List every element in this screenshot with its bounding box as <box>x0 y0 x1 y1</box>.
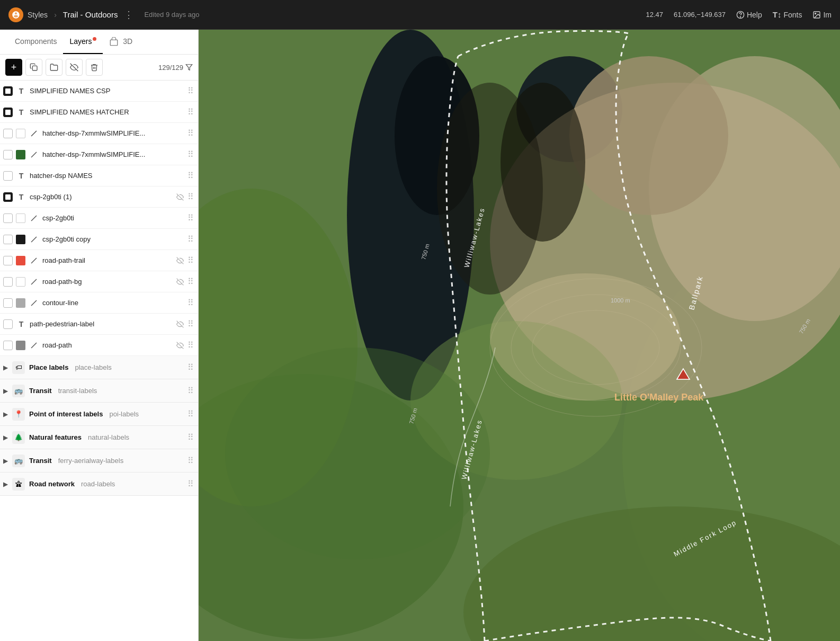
drag-handle-icon[interactable]: ⠿ <box>187 386 194 396</box>
layer-item[interactable]: T path-pedestrian-label ⠿ <box>0 314 198 335</box>
svg-point-2 <box>740 16 740 17</box>
drag-handle-icon[interactable]: ⠿ <box>187 192 194 202</box>
layer-type-text-icon: T <box>16 319 26 330</box>
folder-button[interactable] <box>46 59 62 76</box>
layer-actions: ⠿ <box>175 340 194 351</box>
layer-actions: ⠿ <box>187 234 194 244</box>
layer-actions: ⠿ <box>175 319 194 330</box>
layer-item[interactable]: hatcher-dsp-7xmmlwSIMPLIFIE... ⠿ <box>0 144 198 165</box>
layer-visibility-toggle[interactable] <box>3 108 13 117</box>
layer-item[interactable]: road-path ⠿ <box>0 335 198 356</box>
layer-visibility-toggle[interactable] <box>3 256 13 265</box>
hide-icon[interactable] <box>175 277 185 287</box>
group-name-light: transit-labels <box>58 387 97 395</box>
drag-handle-icon[interactable]: ⠿ <box>187 409 194 419</box>
tab-layers[interactable]: Layers <box>63 30 103 54</box>
layer-item[interactable]: T SIMPLIFIED NAMES CSP ⠿ <box>0 81 198 102</box>
layer-item[interactable]: road-path-trail ⠿ <box>0 250 198 271</box>
hide-icon[interactable] <box>175 192 185 202</box>
delete-layer-button[interactable] <box>86 59 103 76</box>
layer-visibility-toggle[interactable] <box>3 213 13 223</box>
layer-type-line-icon <box>29 255 39 266</box>
layer-visibility-toggle[interactable] <box>3 192 13 202</box>
drag-handle-icon[interactable]: ⠿ <box>187 319 194 329</box>
group-icon-natural-labels: 🌲 <box>12 431 25 444</box>
drag-handle-icon[interactable]: ⠿ <box>187 128 194 138</box>
tab-components[interactable]: Components <box>8 30 63 54</box>
layer-actions: ⠿ <box>187 149 194 159</box>
drag-handle-icon[interactable]: ⠿ <box>187 362 194 372</box>
drag-handle-icon[interactable]: ⠿ <box>187 277 194 287</box>
layer-name: road-path <box>42 341 172 349</box>
more-options-button[interactable]: ⋮ <box>124 9 133 21</box>
layer-color-swatch <box>16 235 25 244</box>
layer-visibility-toggle[interactable] <box>3 86 13 96</box>
layer-item[interactable]: T SIMPLIFIED NAMES HATCHER ⠿ <box>0 102 198 123</box>
drag-handle-icon[interactable]: ⠿ <box>187 234 194 244</box>
duplicate-layer-button[interactable] <box>25 59 42 76</box>
hide-layer-button[interactable] <box>66 59 83 76</box>
svg-point-34 <box>225 348 490 559</box>
images-button[interactable]: Im <box>812 11 832 19</box>
layer-visibility-toggle[interactable] <box>3 341 13 350</box>
layer-visibility-toggle[interactable] <box>3 298 13 308</box>
layer-toolbar: + 129/129 <box>0 55 198 81</box>
styles-link[interactable]: Styles <box>28 11 48 19</box>
layer-visibility-toggle[interactable] <box>3 129 13 138</box>
hide-icon[interactable] <box>175 255 185 266</box>
layer-item[interactable]: csp-2gb0ti ⠿ <box>0 208 198 229</box>
svg-point-32 <box>569 56 728 215</box>
layer-group-poi-labels[interactable]: ▶ 📍 Point of interest labels poi-labels … <box>0 403 198 426</box>
drag-handle-icon[interactable]: ⠿ <box>187 107 194 117</box>
svg-point-4 <box>815 13 816 14</box>
layer-actions: ⠿ <box>175 277 194 287</box>
layer-group-natural-labels[interactable]: ▶ 🌲 Natural features natural-labels ⠿ <box>0 426 198 449</box>
svg-point-36 <box>501 83 585 242</box>
drag-handle-icon[interactable]: ⠿ <box>187 298 194 308</box>
layer-item[interactable]: contour-line ⠿ <box>0 292 198 314</box>
layer-group-place-labels[interactable]: ▶ 🏷 Place labels place-labels ⠿ <box>0 356 198 379</box>
help-button[interactable]: Help <box>736 11 762 19</box>
hide-icon[interactable] <box>175 319 185 330</box>
layer-item[interactable]: road-path-bg ⠿ <box>0 271 198 292</box>
layer-color-swatch <box>16 341 25 350</box>
layer-color-swatch <box>16 213 25 223</box>
drag-handle-icon[interactable]: ⠿ <box>187 340 194 350</box>
drag-handle-icon[interactable]: ⠿ <box>187 456 194 466</box>
drag-handle-icon[interactable]: ⠿ <box>187 479 194 489</box>
layer-item[interactable]: csp-2gb0ti copy ⠿ <box>0 229 198 250</box>
layer-item[interactable]: T hatcher-dsp NAMES ⠿ <box>0 165 198 186</box>
drag-handle-icon[interactable]: ⠿ <box>187 86 194 96</box>
layer-name: csp-2gb0ti <box>42 214 184 222</box>
fonts-button[interactable]: T↕ Fonts <box>773 10 802 19</box>
svg-rect-6 <box>32 66 37 71</box>
coordinates: 61.096,−149.637 <box>674 11 726 19</box>
layer-name: SIMPLIFIED NAMES CSP <box>30 87 184 95</box>
drag-handle-icon[interactable]: ⠿ <box>187 255 194 265</box>
group-expand-chevron: ▶ <box>3 480 8 488</box>
layer-actions: ⠿ <box>187 86 194 96</box>
layer-visibility-toggle[interactable] <box>3 319 13 329</box>
layer-type-line-icon <box>29 234 39 245</box>
layer-item[interactable]: T csp-2gb0ti (1) ⠿ <box>0 186 198 208</box>
drag-handle-icon[interactable]: ⠿ <box>187 213 194 223</box>
drag-handle-icon[interactable]: ⠿ <box>187 432 194 442</box>
group-name-light: place-labels <box>75 363 111 371</box>
add-layer-button[interactable]: + <box>5 59 22 76</box>
layer-group-ferry-labels[interactable]: ▶ 🚌 Transit ferry-aerialway-labels ⠿ <box>0 449 198 473</box>
layer-group-road-labels[interactable]: ▶ 🛣 Road network road-labels ⠿ <box>0 473 198 496</box>
layer-group-transit-labels[interactable]: ▶ 🚌 Transit transit-labels ⠿ <box>0 379 198 403</box>
layer-visibility-toggle[interactable] <box>3 277 13 287</box>
hide-icon[interactable] <box>175 340 185 351</box>
layer-name: csp-2gb0ti (1) <box>30 193 172 201</box>
layer-visibility-toggle[interactable] <box>3 150 13 159</box>
layer-visibility-toggle[interactable] <box>3 235 13 244</box>
drag-handle-icon[interactable]: ⠿ <box>187 171 194 181</box>
layer-color-swatch <box>16 277 25 287</box>
layer-visibility-toggle[interactable] <box>3 171 13 181</box>
map-view[interactable]: 750 m 1000 m 750 m 750 m Williwaw-Lakes … <box>199 30 840 641</box>
layer-item[interactable]: hatcher-dsp-7xmmlwSIMPLIFIE... ⠿ <box>0 123 198 144</box>
drag-handle-icon[interactable]: ⠿ <box>187 149 194 159</box>
tab-3d[interactable]: 3D <box>103 30 139 54</box>
layer-type-line-icon <box>29 149 39 160</box>
